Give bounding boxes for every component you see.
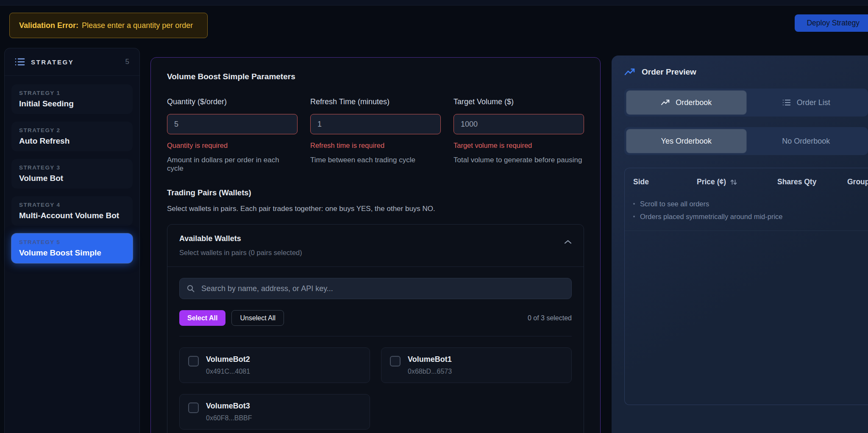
quantity-label: Quantity ($/order) bbox=[167, 97, 298, 106]
wallet-checkbox[interactable] bbox=[188, 402, 199, 413]
deploy-strategy-button[interactable]: Deploy Strategy bbox=[795, 14, 868, 32]
wallet-search-input[interactable] bbox=[200, 284, 565, 294]
orderbook-notes: Scroll to see all orders Orders placed s… bbox=[625, 195, 868, 231]
field-target-volume: Target Volume ($) Target volume is requi… bbox=[453, 97, 584, 173]
available-wallets-body: Select All Unselect All 0 of 3 selected … bbox=[167, 266, 584, 433]
column-shares-qty: Shares Qty bbox=[777, 178, 847, 186]
selection-controls: Select All Unselect All 0 of 3 selected bbox=[179, 310, 572, 326]
trading-pairs-description: Select wallets in pairs. Each pair trade… bbox=[167, 205, 584, 213]
parameter-fields: Quantity ($/order) Quantity is required … bbox=[167, 97, 584, 173]
view-tabs: Orderbook Order List bbox=[624, 89, 868, 117]
sidebar-title: STRATEGY bbox=[31, 58, 74, 66]
refresh-time-error: Refresh time is required bbox=[310, 142, 441, 150]
sort-icon[interactable] bbox=[730, 178, 737, 186]
field-quantity: Quantity ($/order) Quantity is required … bbox=[167, 97, 298, 173]
top-strip bbox=[0, 0, 868, 6]
order-preview-panel: Order Preview Orderbook bbox=[612, 56, 868, 433]
divider bbox=[179, 336, 572, 336]
tab-label: No Orderbook bbox=[782, 137, 830, 146]
order-preview-header: Order Preview bbox=[624, 67, 868, 77]
target-volume-error: Target volume is required bbox=[453, 142, 584, 150]
orderbook-side-tabs: Yes Orderbook No Orderbook bbox=[624, 127, 868, 155]
wallet-checkbox[interactable] bbox=[390, 356, 401, 366]
wallet-list: VolumeBot2 0x491C...4081 VolumeBot1 0x68… bbox=[179, 347, 572, 430]
tab-no-orderbook[interactable]: No Orderbook bbox=[746, 129, 866, 153]
wallet-name: VolumeBot2 bbox=[206, 355, 250, 364]
orderbook-table: Side Price (¢) Shares Qty Group bbox=[624, 168, 868, 405]
selection-status: 0 of 3 selected bbox=[528, 314, 572, 322]
wallet-checkbox[interactable] bbox=[188, 356, 199, 366]
note-item: Scroll to see all orders bbox=[633, 197, 860, 210]
trending-up-icon bbox=[661, 99, 670, 106]
parameters-panel: Volume Boost Simple Parameters Quantity … bbox=[150, 57, 601, 433]
wallet-address: 0x60F8...BBBF bbox=[206, 414, 252, 422]
column-group: Group bbox=[847, 178, 868, 186]
available-wallets-subtitle: Select wallets in pairs (0 pairs selecte… bbox=[179, 249, 572, 257]
wallet-item-volumebot1[interactable]: VolumeBot1 0x68bD...6573 bbox=[381, 347, 572, 383]
validation-error-banner: Validation Error: Please enter a quantit… bbox=[9, 13, 208, 38]
refresh-time-help: Time between each trading cycle bbox=[310, 156, 441, 164]
refresh-time-label: Refresh Time (minutes) bbox=[310, 97, 441, 106]
target-volume-label: Target Volume ($) bbox=[453, 97, 584, 106]
available-wallets-header[interactable]: Available Wallets Select wallets in pair… bbox=[167, 225, 584, 266]
orderbook-table-header: Side Price (¢) Shares Qty Group bbox=[625, 168, 868, 195]
app-root: Validation Error: Please enter a quantit… bbox=[0, 0, 868, 433]
available-wallets-title: Available Wallets bbox=[179, 234, 572, 243]
chevron-up-icon[interactable] bbox=[564, 240, 572, 244]
tab-order-list[interactable]: Order List bbox=[746, 91, 866, 114]
wallet-item-volumebot2[interactable]: VolumeBot2 0x491C...4081 bbox=[179, 347, 370, 383]
wallet-address: 0x68bD...6573 bbox=[408, 368, 452, 375]
note-item: Orders placed symmetrically around mid-p… bbox=[633, 210, 860, 223]
target-volume-help: Total volume to generate before pausing bbox=[453, 156, 584, 164]
refresh-time-input[interactable] bbox=[310, 114, 441, 134]
strategy-list-icon bbox=[15, 57, 25, 67]
sidebar-item-volume-boost-simple[interactable]: STRATEGY 5 Volume Boost Simple bbox=[11, 233, 133, 263]
strategy-count-badge: 5 bbox=[125, 58, 129, 66]
tab-orderbook[interactable]: Orderbook bbox=[626, 91, 746, 114]
tab-label: Order List bbox=[797, 98, 830, 107]
validation-error-message: Please enter a quantity per order bbox=[82, 21, 193, 30]
quantity-input[interactable] bbox=[167, 114, 298, 134]
wallet-search bbox=[179, 278, 572, 299]
order-preview-title: Order Preview bbox=[642, 67, 696, 77]
bullet-dot bbox=[633, 216, 635, 217]
select-all-button[interactable]: Select All bbox=[179, 310, 225, 326]
bullet-dot bbox=[633, 203, 635, 205]
target-volume-input[interactable] bbox=[453, 114, 584, 134]
wallet-name: VolumeBot3 bbox=[206, 402, 252, 411]
tab-label: Orderbook bbox=[676, 98, 712, 107]
column-side: Side bbox=[633, 178, 697, 186]
sidebar-item-multi-account-volume-bot[interactable]: STRATEGY 4 Multi-Account Volume Bot bbox=[11, 196, 133, 226]
field-refresh-time: Refresh Time (minutes) Refresh time is r… bbox=[310, 97, 441, 173]
wallet-name: VolumeBot1 bbox=[408, 355, 452, 364]
strategy-sidebar: STRATEGY 5 STRATEGY 1 Initial Seeding ST… bbox=[4, 48, 140, 433]
wallet-address: 0x491C...4081 bbox=[206, 368, 250, 375]
wallet-item-volumebot3[interactable]: VolumeBot3 0x60F8...BBBF bbox=[179, 394, 370, 430]
tab-label: Yes Orderbook bbox=[661, 137, 712, 146]
quantity-error: Quantity is required bbox=[167, 142, 298, 150]
panel-title: Volume Boost Simple Parameters bbox=[167, 72, 584, 81]
column-price[interactable]: Price (¢) bbox=[697, 178, 777, 186]
sidebar-item-initial-seeding[interactable]: STRATEGY 1 Initial Seeding bbox=[11, 84, 133, 114]
strategy-list: STRATEGY 1 Initial Seeding STRATEGY 2 Au… bbox=[5, 76, 139, 272]
sidebar-header: STRATEGY 5 bbox=[5, 48, 139, 76]
sidebar-item-volume-bot[interactable]: STRATEGY 3 Volume Bot bbox=[11, 159, 133, 189]
sidebar-item-auto-refresh[interactable]: STRATEGY 2 Auto Refresh bbox=[11, 122, 133, 151]
search-icon bbox=[186, 284, 195, 293]
quantity-help: Amount in dollars per order in each cycl… bbox=[167, 156, 298, 173]
trading-pairs-title: Trading Pairs (Wallets) bbox=[167, 188, 584, 197]
validation-error-label: Validation Error: bbox=[19, 21, 78, 30]
trending-up-icon bbox=[624, 67, 635, 77]
tab-yes-orderbook[interactable]: Yes Orderbook bbox=[626, 129, 746, 153]
available-wallets-card: Available Wallets Select wallets in pair… bbox=[167, 224, 584, 433]
list-icon bbox=[782, 99, 791, 106]
unselect-all-button[interactable]: Unselect All bbox=[231, 310, 284, 326]
